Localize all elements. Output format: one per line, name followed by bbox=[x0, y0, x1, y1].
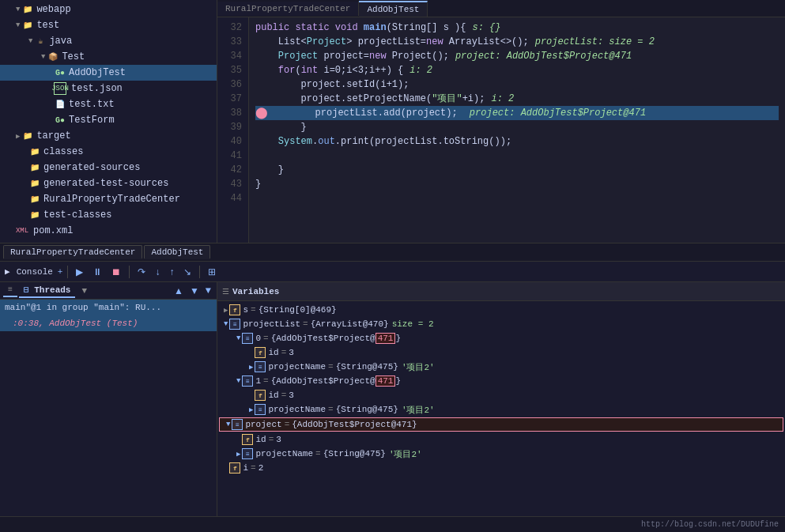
sidebar-item-label: pom.xml bbox=[33, 225, 73, 236]
resume-button[interactable]: ▶ bbox=[73, 265, 86, 279]
tab-dropdown[interactable]: ▼ bbox=[77, 285, 92, 297]
folder-icon: 📁 bbox=[28, 161, 41, 174]
folder-icon: 📁 bbox=[21, 3, 34, 16]
run-to-cursor-button[interactable]: ↘ bbox=[180, 265, 194, 279]
tab-addobjtest[interactable]: AddObjTest bbox=[144, 245, 210, 259]
tab-RuralPropertyTradeCenter[interactable]: RuralPropertyTradeCenter bbox=[217, 2, 359, 16]
code-line-35: for(int i=0;i<3;i++) { i: 2 bbox=[255, 63, 779, 77]
sidebar-item-label: test.json bbox=[71, 83, 123, 94]
obj-icon: ≡ bbox=[229, 319, 240, 330]
arrow-icon: ▼ bbox=[28, 37, 32, 45]
var-spacer: ▶ bbox=[236, 436, 240, 444]
status-url: http://blog.csdn.net/DUDUfine bbox=[641, 520, 779, 529]
pause-button[interactable]: ⏸ bbox=[89, 265, 105, 279]
var-0[interactable]: ▼ ≡ 0 = {AddObjTest$Project@471} bbox=[217, 331, 785, 345]
code-line-37: project.setProjectName("项目"+i); i: 2 bbox=[255, 92, 779, 106]
sidebar-item-webapp[interactable]: ▼ 📁 webapp bbox=[0, 2, 217, 17]
var-i[interactable]: ▶ f i = 2 bbox=[217, 461, 785, 475]
stop-button[interactable]: ⏹ bbox=[108, 265, 124, 279]
status-bar: http://blog.csdn.net/DUDUfine bbox=[0, 516, 785, 532]
sidebar-item-label: generated-test-sources bbox=[43, 178, 168, 189]
var-arrow-icon[interactable]: ▶ bbox=[249, 406, 253, 414]
debug-toolbar: ▶ Console + ▶ ⏸ ⏹ ↷ ↓ ↑ ↘ ⊞ bbox=[0, 262, 785, 282]
step-into-button[interactable]: ↓ bbox=[152, 265, 163, 279]
editor-area: RuralPropertyTradeCenter AddObjTest 32 3… bbox=[217, 0, 785, 243]
var-projectList[interactable]: ▼ ≡ projectList = {ArrayList@470} size =… bbox=[217, 317, 785, 331]
thread-main[interactable]: main"@1 in group "main": RU... bbox=[0, 300, 217, 315]
obj-icon: ≡ bbox=[242, 448, 253, 459]
toolbar-separator-3 bbox=[199, 266, 200, 278]
tab-addobjtest-label: AddObjTest bbox=[151, 247, 203, 257]
field-icon: f bbox=[255, 347, 266, 358]
sidebar-item-classes[interactable]: 📁 classes bbox=[0, 144, 217, 160]
sidebar-item-test-classes[interactable]: 📁 test-classes bbox=[0, 207, 217, 223]
threads-up-button[interactable]: ▲ bbox=[172, 285, 186, 297]
arrow-icon: ▼ bbox=[41, 53, 45, 61]
folder-icon: 📁 bbox=[21, 130, 34, 142]
sidebar-item-java[interactable]: ▼ ☕ java bbox=[0, 33, 217, 49]
line-numbers: 32 33 34 35 36 37 38 39 40 41 42 43 44 bbox=[217, 17, 249, 243]
code-line-33: List<Project> projectList=new ArrayList<… bbox=[255, 35, 779, 49]
sidebar-item-test[interactable]: ▼ 📁 test bbox=[0, 17, 217, 33]
filter-icon[interactable]: ▼ bbox=[203, 285, 213, 297]
var-arrow-icon[interactable]: ▶ bbox=[249, 363, 253, 372]
debugger-label: ▶ bbox=[5, 266, 10, 277]
code-content: public static void main(String[] s ){ s:… bbox=[249, 17, 785, 243]
var-s[interactable]: ▶ f s = {String[0]@469} bbox=[217, 303, 785, 317]
sidebar-item-RuralPropertyTradeCenter[interactable]: 📁 RuralPropertyTradeCenter bbox=[0, 191, 217, 207]
variables-title: Variables bbox=[232, 287, 279, 296]
code-line-44 bbox=[255, 191, 779, 206]
step-over-button[interactable]: ↷ bbox=[134, 265, 149, 279]
sidebar-item-AddObjTest[interactable]: G● AddObjTest bbox=[0, 65, 217, 81]
var-project[interactable]: ▼ ≡ project = {AddObjTest$Project@471} bbox=[219, 417, 783, 432]
sidebar-item-pomxml[interactable]: XML pom.xml bbox=[0, 223, 217, 239]
folder-icon: 📁 bbox=[28, 209, 41, 221]
sidebar-item-testjson[interactable]: JSON test.json bbox=[0, 81, 217, 96]
class-icon: G● bbox=[54, 114, 66, 126]
code-line-41 bbox=[255, 149, 779, 163]
sidebar-tree: ▼ 📁 webapp ▼ 📁 test ▼ ☕ java bbox=[0, 0, 217, 240]
sidebar-item-TestForm[interactable]: G● TestForm bbox=[0, 112, 217, 128]
variables-panel: ☰ Variables ▶ f s = {String[0]@469} ▼ bbox=[217, 282, 785, 516]
tab-threads[interactable]: ⊟ Threads bbox=[19, 283, 75, 298]
ref-highlight: 471 bbox=[376, 333, 396, 344]
tab-AddObjTest[interactable]: AddObjTest bbox=[359, 1, 428, 17]
frame-label: :0:38, AddObjTest (Test) bbox=[13, 319, 138, 328]
frame-entry[interactable]: :0:38, AddObjTest (Test) bbox=[0, 315, 217, 331]
var-1-projectName[interactable]: ▶ ≡ projectName = {String@475} '项目2' bbox=[217, 402, 785, 417]
var-0-id[interactable]: ▶ f id = 3 bbox=[217, 345, 785, 360]
var-arrow-icon[interactable]: ▼ bbox=[236, 377, 240, 385]
var-arrow-icon[interactable]: ▼ bbox=[224, 320, 228, 328]
tab-debugger[interactable]: RuralPropertyTradeCenter bbox=[3, 245, 142, 259]
var-arrow-icon[interactable]: ▼ bbox=[226, 421, 230, 428]
sidebar-item-Test[interactable]: ▼ 📦 Test bbox=[0, 49, 217, 65]
evaluate-button[interactable]: ⊞ bbox=[205, 265, 219, 279]
step-out-button[interactable]: ↑ bbox=[166, 265, 177, 279]
var-project-projectName[interactable]: ▶ ≡ projectName = {String@475} '项目2' bbox=[217, 447, 785, 461]
bottom-section: ≡ ⊟ Threads ▼ ▲ ▼ ▼ main"@1 in group "ma… bbox=[0, 282, 785, 516]
code-line-42: } bbox=[255, 163, 779, 177]
sidebar-item-label: test bbox=[36, 20, 59, 31]
sidebar-item-label: AddObjTest bbox=[69, 67, 126, 78]
code-line-34: Project project=new Project(); project: … bbox=[255, 49, 779, 63]
var-1[interactable]: ▼ ≡ 1 = {AddObjTest$Project@471} bbox=[217, 374, 785, 388]
console-label: Console bbox=[17, 267, 53, 277]
var-project-id[interactable]: ▶ f id = 3 bbox=[217, 432, 785, 447]
tab-frames[interactable]: ≡ bbox=[3, 284, 17, 297]
var-0-projectName[interactable]: ▶ ≡ projectName = {String@475} '项目2' bbox=[217, 360, 785, 374]
main-container: ▼ 📁 webapp ▼ 📁 test ▼ ☕ java bbox=[0, 0, 785, 532]
field-icon: f bbox=[255, 390, 266, 401]
threads-icon: ⊟ bbox=[24, 285, 29, 295]
sidebar-item-target[interactable]: ▶ 📁 target bbox=[0, 128, 217, 144]
sidebar-item-label: Test bbox=[62, 51, 85, 62]
plus-button[interactable]: + bbox=[58, 267, 63, 277]
folder-icon: 📁 bbox=[28, 145, 41, 158]
var-arrow-icon[interactable]: ▼ bbox=[236, 334, 240, 342]
sidebar-item-generated-test-sources[interactable]: 📁 generated-test-sources bbox=[0, 175, 217, 191]
var-1-id[interactable]: ▶ f id = 3 bbox=[217, 388, 785, 402]
sidebar-item-generated-sources[interactable]: 📁 generated-sources bbox=[0, 160, 217, 175]
sidebar-item-testtxt[interactable]: 📄 test.txt bbox=[0, 96, 217, 112]
var-arrow-icon[interactable]: ▶ bbox=[236, 450, 240, 458]
editor-tab-bar: RuralPropertyTradeCenter AddObjTest bbox=[217, 0, 785, 17]
threads-down-button[interactable]: ▼ bbox=[187, 285, 202, 297]
